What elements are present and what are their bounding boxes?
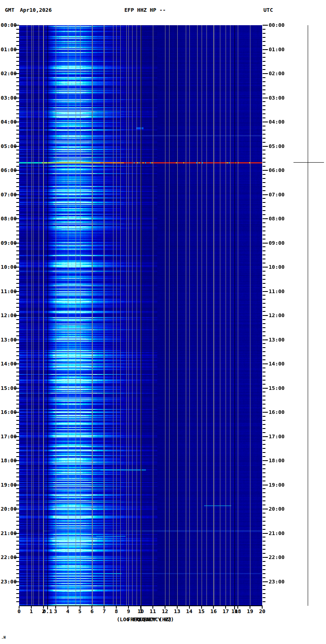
minor-tick-left: [16, 202, 19, 203]
hour-tick-right: [263, 291, 268, 292]
minor-tick-right: [263, 190, 265, 191]
minor-tick-right: [263, 279, 265, 280]
freq-label-linear: 15: [198, 609, 205, 614]
minor-tick-right: [263, 343, 265, 344]
minor-tick-right: [263, 246, 265, 247]
hour-tick-left: [14, 533, 19, 534]
minor-tick-right: [263, 396, 265, 396]
minor-tick-right: [263, 303, 265, 304]
minor-tick-left: [16, 468, 19, 469]
hour-tick-left: [14, 49, 19, 50]
minor-tick-left: [16, 105, 19, 106]
minor-tick-right: [263, 408, 265, 409]
minor-tick-right: [263, 214, 265, 215]
minor-tick-right: [263, 33, 265, 34]
minor-tick-left: [16, 134, 19, 135]
minor-tick-left: [16, 206, 19, 207]
time-label-right: 11:00: [269, 289, 285, 294]
minor-tick-left: [16, 541, 19, 542]
minor-tick-right: [263, 81, 265, 82]
minor-tick-left: [16, 432, 19, 433]
hour-tick-left: [14, 194, 19, 195]
hour-tick-left: [14, 73, 19, 74]
time-label-right: 03:00: [269, 95, 285, 101]
minor-tick-right: [263, 488, 265, 489]
minor-tick-right: [263, 416, 265, 417]
minor-tick-right: [263, 428, 265, 429]
minor-tick-right: [263, 505, 265, 505]
hour-tick-right: [263, 194, 268, 195]
minor-tick-left: [16, 279, 19, 280]
hour-tick-right: [263, 170, 268, 171]
minor-tick-left: [16, 89, 19, 90]
hour-tick-right: [263, 267, 268, 268]
hour-tick-left: [14, 557, 19, 558]
minor-tick-right: [263, 263, 265, 263]
minor-tick-left: [16, 113, 19, 114]
minor-tick-right: [263, 472, 265, 473]
minor-tick-left: [16, 549, 19, 550]
minor-tick-right: [263, 271, 265, 272]
minor-tick-right: [263, 259, 265, 259]
freq-tick-linear: [213, 606, 214, 609]
minor-tick-right: [263, 109, 265, 110]
minor-tick-right: [263, 130, 265, 131]
time-label-right: 02:00: [269, 71, 285, 76]
minor-tick-right: [263, 283, 265, 284]
freq-label-log: 0.1: [43, 609, 52, 614]
time-label-right: 08:00: [269, 216, 285, 222]
minor-tick-left: [16, 41, 19, 42]
minor-tick-right: [263, 597, 265, 598]
minor-tick-right: [263, 113, 265, 114]
minor-tick-right: [263, 577, 265, 578]
freq-tick-linear: [201, 606, 202, 609]
minor-tick-left: [16, 440, 19, 441]
minor-tick-right: [263, 376, 265, 376]
minor-tick-right: [263, 150, 265, 150]
minor-tick-left: [16, 343, 19, 344]
hour-tick-right: [263, 363, 268, 364]
minor-tick-left: [16, 537, 19, 537]
minor-tick-right: [263, 287, 265, 288]
hour-tick-right: [263, 25, 268, 26]
time-label-right: 16:00: [269, 409, 285, 415]
minor-tick-right: [263, 323, 265, 324]
minor-tick-right: [263, 178, 265, 179]
minor-tick-left: [16, 492, 19, 493]
minor-tick-right: [263, 53, 265, 54]
minor-tick-left: [16, 384, 19, 385]
minor-tick-left: [16, 210, 19, 211]
minor-tick-left: [16, 275, 19, 276]
minor-tick-right: [263, 255, 265, 255]
minor-tick-left: [16, 85, 19, 86]
minor-tick-right: [263, 138, 265, 139]
minor-tick-right: [263, 601, 265, 602]
time-label-right: 01:00: [269, 47, 285, 52]
hour-tick-right: [263, 509, 268, 509]
minor-tick-left: [16, 404, 19, 405]
minor-tick-left: [16, 295, 19, 296]
minor-tick-right: [263, 331, 265, 332]
minor-tick-left: [16, 109, 19, 110]
minor-tick-right: [263, 347, 265, 348]
minor-tick-right: [263, 561, 265, 562]
hour-tick-left: [14, 509, 19, 509]
minor-tick-left: [16, 190, 19, 191]
minor-tick-left: [16, 331, 19, 332]
hour-tick-left: [14, 339, 19, 340]
minor-tick-right: [263, 565, 265, 566]
minor-tick-left: [16, 150, 19, 150]
hour-tick-left: [14, 291, 19, 292]
minor-tick-right: [263, 166, 265, 167]
minor-tick-left: [16, 517, 19, 518]
time-label-right: 22:00: [269, 555, 285, 560]
minor-tick-left: [16, 287, 19, 288]
freq-label-linear: 7: [102, 609, 106, 614]
minor-tick-left: [16, 263, 19, 263]
hour-tick-left: [14, 363, 19, 364]
minor-tick-left: [16, 138, 19, 139]
minor-tick-left: [16, 311, 19, 312]
freq-label-linear: 12: [162, 609, 168, 614]
minor-tick-left: [16, 174, 19, 175]
freq-label-log: 1: [139, 609, 143, 614]
